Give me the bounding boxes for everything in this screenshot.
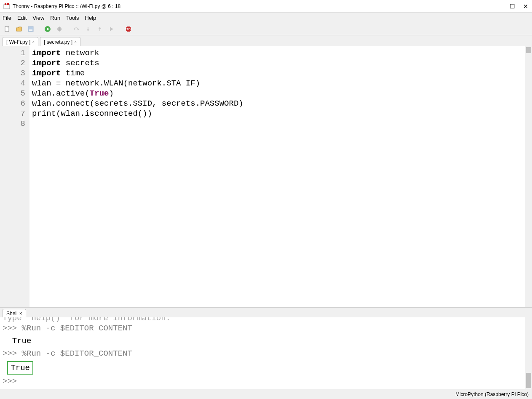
shell-output-highlighted: True [3,359,523,376]
titlebar: Thonny - Raspberry Pi Pico :: /Wi-Fi.py … [0,0,532,13]
debug-icon[interactable] [55,24,64,34]
shell-prompt: >>> [3,349,22,358]
editor-scrollbar[interactable] [525,46,532,307]
tab-secrets[interactable]: [ secrets.py ] × [40,37,80,46]
shell-prompt: >>> [3,324,22,333]
open-file-icon[interactable] [14,24,24,34]
resume-icon[interactable] [107,24,116,34]
maximize-button[interactable]: ☐ [509,3,515,10]
run-icon[interactable] [43,24,52,34]
menu-file[interactable]: File [3,15,11,21]
tab-wifi-close-icon[interactable]: × [32,40,35,44]
stop-icon[interactable]: STOP [124,24,133,34]
tab-wifi[interactable]: [ Wi-Fi.py ] × [3,37,38,46]
tab-secrets-close-icon[interactable]: × [74,40,77,44]
gutter-line: 8 [0,119,25,129]
svg-rect-1 [5,3,6,5]
gutter-line: 3 [0,68,25,78]
result-highlight-box: True [7,361,33,375]
gutter-line: 4 [0,78,25,88]
toolbar: STOP [0,23,532,35]
code-line: wlan.connect(secrets.SSID, secrets.PASSW… [32,98,523,109]
shell-output-line: True [3,336,523,346]
line-gutter: 1 2 3 4 5 6 7 8 [0,46,29,307]
editor-area: 1 2 3 4 5 6 7 8 import networkimport sec… [0,46,532,307]
scrollbar-thumb[interactable] [526,47,531,53]
gutter-line: 7 [0,109,25,119]
menu-view[interactable]: View [32,15,44,21]
code-line: wlan = network.WLAN(network.STA_IF) [32,78,523,88]
menubar: File Edit View Run Tools Help [0,13,532,23]
svg-rect-2 [7,3,9,5]
shell-area: Type help() for more information.>>> %Ru… [0,317,532,389]
svg-rect-0 [4,5,10,9]
tab-wifi-label: [ Wi-Fi.py ] [6,39,30,45]
code-text: secrets [61,59,99,68]
code-kw: import [32,48,61,58]
code-text: ) [109,89,113,98]
editor-tabstrip: [ Wi-Fi.py ] × [ secrets.py ] × [0,35,532,46]
shell-scrollbar[interactable] [525,317,532,389]
svg-text:STOP: STOP [125,28,132,31]
shell-prompt: >>> [3,377,22,386]
code-kw: import [32,69,61,78]
menu-edit[interactable]: Edit [17,15,27,21]
thonny-app-icon [3,3,10,10]
shell-tabstrip: Shell × [0,307,532,317]
menu-tools[interactable]: Tools [66,15,79,21]
text-cursor [114,89,114,98]
tab-secrets-label: [ secrets.py ] [44,39,72,45]
interpreter-label[interactable]: MicroPython (Raspberry Pi Pico) [455,391,529,397]
tab-shell-label: Shell [6,311,18,317]
shell-cmd: %Run -c $EDITOR_CONTENT [22,349,132,358]
gutter-line: 5 [0,88,25,98]
shell-cmd: %Run -c $EDITOR_CONTENT [22,324,132,333]
menu-help[interactable]: Help [85,15,96,21]
code-text: wlan.active( [32,89,90,98]
window-controls: ― ☐ ✕ [496,3,529,10]
code-editor[interactable]: import networkimport secretsimport timew… [29,46,525,307]
gutter-line: 2 [0,58,25,68]
tab-shell-close-icon[interactable]: × [19,311,22,317]
step-over-icon[interactable] [72,24,81,34]
window-title: Thonny - Raspberry Pi Pico :: /Wi-Fi.py … [13,3,496,9]
menu-run[interactable]: Run [50,15,60,21]
scrollbar-thumb[interactable] [526,373,531,388]
new-file-icon[interactable] [3,24,12,34]
code-line: print(wlan.isconnected()) [32,109,523,119]
gutter-line: 1 [0,48,25,58]
code-text: network [61,48,99,58]
gutter-line: 6 [0,98,25,109]
code-kw: import [32,59,61,68]
close-button[interactable]: ✕ [523,3,529,10]
step-into-icon[interactable] [83,24,93,34]
minimize-button[interactable]: ― [496,3,502,10]
code-text: time [61,69,85,78]
statusbar: MicroPython (Raspberry Pi Pico) [0,389,532,399]
save-file-icon[interactable] [26,24,35,34]
svg-rect-5 [29,29,32,31]
code-const: True [90,89,109,98]
tab-shell[interactable]: Shell × [3,309,26,317]
shell-output[interactable]: Type help() for more information.>>> %Ru… [0,317,525,389]
step-out-icon[interactable] [95,24,104,34]
shell-faded-line: Type help() for more information. [3,317,523,323]
